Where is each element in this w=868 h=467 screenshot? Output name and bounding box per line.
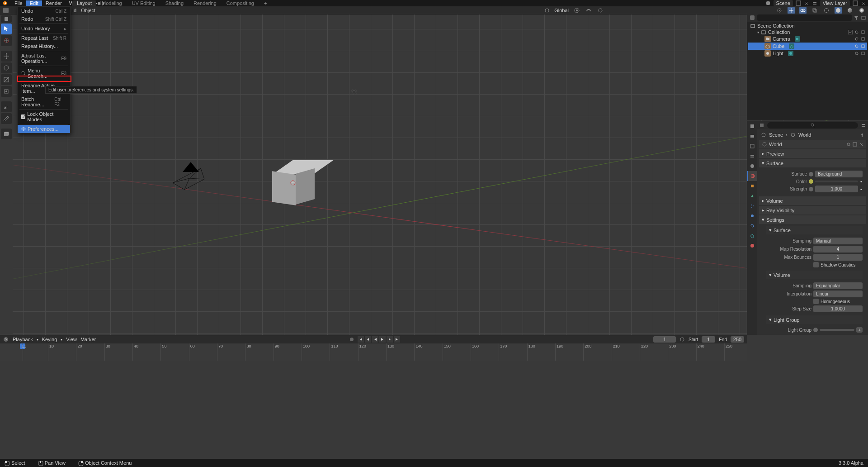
node-socket-icon[interactable] — [809, 179, 813, 184]
subpanel-volume[interactable]: ▾Volume — [766, 271, 863, 279]
viewport-3d[interactable]: Y Z X — [13, 14, 868, 335]
val-strength[interactable]: 1.000 — [815, 186, 858, 192]
val-surface[interactable]: Background — [815, 171, 863, 177]
header-menu-id[interactable]: Id — [72, 8, 76, 13]
val-vsampling[interactable]: Equiangular — [813, 282, 863, 289]
tab-uv[interactable]: UV Editing — [127, 0, 160, 6]
header-menu-object[interactable]: Object — [81, 8, 95, 13]
checkbox-icon[interactable] — [848, 30, 853, 34]
eye-icon[interactable] — [854, 30, 859, 34]
jump-start-icon[interactable] — [358, 336, 364, 343]
ptab-tool[interactable] — [747, 121, 757, 131]
tool-measure[interactable] — [1, 113, 12, 124]
mi-redo[interactable]: RedoShift Ctrl Z — [18, 15, 70, 23]
new-viewlayer-icon[interactable] — [853, 0, 858, 6]
outliner-mode-icon[interactable] — [749, 14, 755, 21]
menu-edit[interactable]: Edit — [26, 0, 42, 6]
prev-key-icon[interactable] — [365, 336, 371, 343]
add-icon[interactable]: + — [856, 327, 863, 333]
snap-icon[interactable] — [585, 7, 592, 14]
checkbox-homogeneous[interactable] — [813, 299, 819, 304]
autokey-icon[interactable] — [349, 337, 354, 342]
shading-matprev-icon[interactable] — [846, 7, 854, 14]
tool-annotate[interactable] — [1, 101, 12, 112]
crumb-world[interactable]: World — [798, 132, 811, 138]
ptab-world[interactable] — [747, 171, 757, 181]
tool-select-box[interactable] — [1, 24, 12, 34]
current-frame-field[interactable]: 1 — [653, 336, 676, 343]
eye-icon[interactable] — [854, 37, 859, 41]
ptab-data[interactable] — [747, 231, 757, 241]
color-swatch[interactable] — [815, 181, 858, 182]
render-icon[interactable] — [861, 37, 865, 41]
shading-wire-icon[interactable] — [823, 7, 830, 14]
start-frame-field[interactable]: 1 — [702, 336, 715, 343]
ptab-modifiers[interactable] — [747, 191, 757, 201]
timeline-type-icon[interactable] — [3, 336, 9, 343]
mi-preferences[interactable]: Preferences... — [18, 125, 70, 133]
outliner-row-scene-collection[interactable]: Scene Collection — [748, 23, 867, 29]
play-icon[interactable] — [379, 336, 386, 343]
default-cube[interactable] — [272, 160, 315, 205]
timecode-icon[interactable] — [679, 337, 685, 342]
node-link-icon[interactable]: • — [860, 186, 863, 192]
tab-layout[interactable]: Layout — [72, 0, 96, 6]
remove-scene-icon[interactable] — [804, 0, 809, 6]
ptab-scene[interactable] — [747, 161, 757, 171]
mi-repeat-history[interactable]: Repeat History... — [18, 42, 70, 50]
subpanel-lightgroup[interactable]: ▾Light Group — [766, 315, 863, 324]
tab-rendering[interactable]: Rendering — [189, 0, 221, 6]
ptab-object[interactable] — [747, 181, 757, 191]
tl-menu-keying[interactable]: Keying — [42, 337, 57, 342]
ptab-viewlayer[interactable] — [747, 151, 757, 161]
val-step[interactable]: 1.0000 — [813, 305, 863, 312]
tab-add[interactable]: + — [259, 0, 271, 6]
menu-file[interactable]: File — [11, 0, 26, 6]
props-search[interactable] — [767, 122, 858, 129]
remove-viewlayer-icon[interactable] — [861, 0, 866, 6]
tl-menu-playback[interactable]: Playback — [13, 337, 33, 342]
chevron-down-icon[interactable]: ▾ — [757, 30, 759, 34]
timeline-track[interactable]: 1 11020304050607080901001101201301401501… — [0, 343, 747, 361]
props-editor-icon[interactable] — [759, 123, 764, 128]
tool-transform[interactable] — [1, 86, 12, 97]
eye-icon[interactable] — [854, 44, 859, 48]
node-socket-icon[interactable] — [809, 172, 813, 176]
play-reverse-icon[interactable] — [372, 336, 378, 343]
tab-compositing[interactable]: Compositing — [222, 0, 259, 6]
panel-volume[interactable]: ▸Volume — [759, 196, 866, 205]
val-interp[interactable]: Linear — [813, 291, 863, 297]
val-sampling[interactable]: Manual — [813, 238, 863, 244]
tool-scale[interactable] — [1, 74, 12, 85]
outliner-search[interactable] — [757, 14, 852, 21]
ptab-material[interactable] — [747, 241, 757, 251]
ptab-particles[interactable] — [747, 201, 757, 211]
mi-undo-history[interactable]: Undo History▸ — [18, 24, 70, 33]
shading-rendered-icon[interactable] — [858, 7, 865, 14]
overlay-icon[interactable] — [799, 7, 807, 14]
outliner-row-collection[interactable]: ▾ Collection — [748, 29, 867, 35]
filter-icon[interactable] — [854, 15, 859, 20]
pin-icon[interactable] — [860, 133, 864, 137]
outliner-row-cube[interactable]: Cube — [748, 43, 867, 50]
end-frame-field[interactable]: 250 — [731, 336, 744, 343]
tab-modeling[interactable]: Modeling — [97, 0, 127, 6]
mi-undo[interactable]: UndoCtrl Z — [18, 7, 70, 15]
tool-add-cube[interactable] — [1, 129, 12, 139]
render-icon[interactable] — [861, 51, 865, 56]
new-icon[interactable] — [853, 142, 857, 147]
render-icon[interactable] — [861, 30, 865, 34]
world-datablock-field[interactable]: World — [759, 140, 866, 148]
outliner-row-camera[interactable]: Camera — [748, 35, 867, 43]
new-scene-icon[interactable] — [796, 0, 801, 6]
panel-settings[interactable]: ▾Settings — [759, 215, 866, 224]
mi-lock-object-modes[interactable]: Lock Object Modes — [18, 110, 70, 124]
panel-preview[interactable]: ▸Preview — [759, 149, 866, 158]
pivot-icon[interactable] — [573, 7, 580, 14]
viewlayer-field[interactable]: View Layer — [820, 0, 850, 6]
tl-menu-marker[interactable]: Marker — [80, 337, 96, 342]
orientation-field[interactable]: Global — [554, 8, 569, 13]
props-options-icon[interactable] — [861, 123, 866, 128]
node-socket-icon[interactable] — [809, 187, 813, 191]
ptab-render[interactable] — [747, 131, 757, 141]
